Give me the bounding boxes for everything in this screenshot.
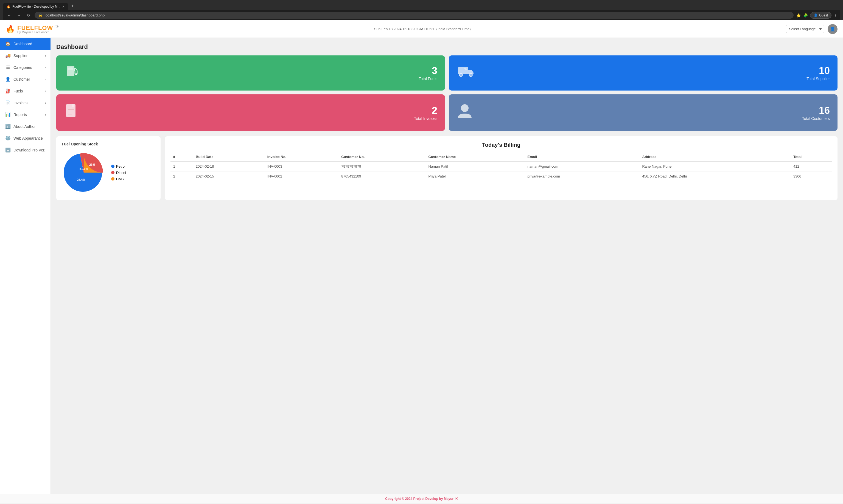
svg-text:25.4%: 25.4% — [77, 178, 85, 181]
svg-point-5 — [469, 73, 472, 76]
tab-title: FuelFlow lite - Developed by M... — [12, 5, 60, 8]
sidebar-item-fuels[interactable]: ⛽ Fuels › — [0, 85, 51, 97]
billing-table: # Build Date Invoice No. Customer No. Cu… — [171, 152, 832, 181]
row1-address: Rane Nagar, Pune — [639, 161, 790, 172]
stat-card-customers-info: 16 Total Customers — [802, 105, 830, 121]
header-row: # Build Date Invoice No. Customer No. Cu… — [171, 152, 832, 161]
stat-card-fuels-info: 3 Total Fuels — [419, 65, 437, 81]
user-avatar[interactable]: 👤 — [828, 24, 838, 34]
billing-card: Today's Billing # Build Date Invoice No.… — [165, 136, 838, 200]
browser-actions: ⭐ 🧩 👤 Guest ⋮ — [796, 12, 838, 19]
guest-icon: 👤 — [814, 14, 818, 17]
col-total: Total — [791, 152, 832, 161]
chart-area: 51.6% 25.4% 23% Petrol — [62, 151, 155, 195]
table-row: 2 2024-02-15 INV-0002 8765432109 Priya P… — [171, 172, 832, 181]
chevron-icon: › — [45, 101, 46, 105]
total-fuels-label: Total Fuels — [419, 76, 437, 81]
bookmark-button[interactable]: ⭐ — [796, 13, 801, 18]
stat-card-invoices-info: 2 Total Invoices — [414, 105, 437, 121]
stat-card-supplier-info: 10 Total Supplier — [807, 65, 830, 81]
menu-button[interactable]: ⋮ — [834, 13, 838, 18]
row1-invoice: INV-0003 — [265, 161, 338, 172]
guest-label: Guest — [819, 14, 828, 17]
categories-icon: ☰ — [5, 65, 11, 70]
legend-cng: CNG — [111, 177, 126, 181]
back-button[interactable]: ← — [5, 13, 13, 18]
total-customers-number: 16 — [802, 105, 830, 116]
total-fuels-number: 3 — [419, 65, 437, 76]
sidebar-label-appearance: Web Appearance — [14, 136, 43, 141]
svg-rect-1 — [68, 68, 73, 70]
page-content: Dashboard 3 Total Fuels — [51, 38, 843, 494]
legend-diesel: Diesel — [111, 170, 126, 175]
sidebar-label-reports: Reports — [14, 112, 27, 117]
chart-card: Fuel Opening Stock 51.6% — [56, 136, 161, 200]
row1-custname: Naman Patil — [426, 161, 525, 172]
avatar-icon: 👤 — [830, 26, 835, 32]
total-supplier-label: Total Supplier — [807, 76, 830, 81]
col-invoice-no: Invoice No. — [265, 152, 338, 161]
col-email: Email — [525, 152, 639, 161]
sidebar-label-invoices: Invoices — [14, 101, 28, 105]
sidebar-item-download-pro[interactable]: ⬇️ Download Pro Ver. — [0, 144, 51, 156]
footer-author: Mayuri K — [444, 497, 458, 501]
forward-button[interactable]: → — [15, 13, 22, 18]
svg-point-4 — [459, 73, 462, 76]
col-customer-name: Customer Name — [426, 152, 525, 161]
legend-petrol: Petrol — [111, 164, 126, 168]
sidebar-item-dashboard[interactable]: 🏠 Dashboard — [0, 38, 51, 50]
pie-chart: 51.6% 25.4% 23% — [62, 151, 106, 195]
sidebar-item-supplier[interactable]: 🚚 Supplier › — [0, 50, 51, 61]
language-select[interactable]: Select Language English Hindi Marathi — [786, 25, 824, 33]
app-footer: Copyright © 2024 Project Develop by Mayu… — [0, 494, 843, 503]
svg-rect-2 — [75, 73, 77, 75]
supplier-icon: 🚚 — [5, 53, 11, 58]
cng-dot — [111, 177, 115, 181]
sidebar-item-invoices[interactable]: 📄 Invoices › — [0, 97, 51, 109]
reload-button[interactable]: ↻ — [25, 13, 32, 18]
stat-cards: 3 Total Fuels — [56, 55, 838, 131]
main-container: 🏠 Dashboard 🚚 Supplier › ☰ Categories › … — [0, 38, 843, 494]
stat-card-invoices: 2 Total Invoices — [56, 94, 445, 131]
address-bar[interactable]: 🔒 localhost/sevak/admin/dashboard.php — [35, 12, 794, 19]
row1-total: 412 — [791, 161, 832, 172]
sidebar-item-web-appearance[interactable]: ⚙️ Web Appearance — [0, 132, 51, 144]
sidebar-item-customer[interactable]: 👤 Customer › — [0, 73, 51, 85]
fuels-icon: ⛽ — [5, 88, 11, 93]
url-text: localhost/sevak/admin/dashboard.php — [45, 13, 105, 17]
stat-card-customers: 16 Total Customers — [449, 94, 838, 131]
table-row: 1 2024-02-18 INV-0003 7979797979 Naman P… — [171, 161, 832, 172]
tab-close-button[interactable]: ✕ — [62, 5, 65, 8]
active-tab[interactable]: 🔥 FuelFlow lite - Developed by M... ✕ — [3, 3, 68, 10]
svg-point-10 — [461, 104, 469, 112]
row2-total: 3306 — [791, 172, 832, 181]
sidebar-item-categories[interactable]: ☰ Categories › — [0, 61, 51, 73]
lock-icon: 🔒 — [38, 14, 42, 17]
extensions-button[interactable]: 🧩 — [803, 13, 808, 18]
row1-num: 1 — [171, 161, 193, 172]
sidebar-item-reports[interactable]: 📊 Reports › — [0, 109, 51, 121]
billing-title: Today's Billing — [171, 142, 832, 148]
row2-custno: 8765432109 — [338, 172, 425, 181]
row2-email: priya@example.com — [525, 172, 639, 181]
sidebar-item-about-author[interactable]: ℹ️ About Author — [0, 121, 51, 132]
row2-num: 2 — [171, 172, 193, 181]
col-build-date: Build Date — [193, 152, 265, 161]
invoice-icon — [64, 102, 79, 123]
sidebar-label-download: Download Pro Ver. — [14, 148, 45, 152]
svg-rect-6 — [66, 104, 75, 117]
download-icon: ⬇️ — [5, 147, 11, 152]
row1-email: naman@gmail.com — [525, 161, 639, 172]
browser-tabs: 🔥 FuelFlow lite - Developed by M... ✕ + — [3, 2, 840, 10]
sidebar-label-categories: Categories — [14, 65, 32, 70]
row2-date: 2024-02-15 — [193, 172, 265, 181]
col-customer-no: Customer No. — [338, 152, 425, 161]
home-icon: 🏠 — [5, 41, 11, 47]
page-title: Dashboard — [56, 43, 838, 51]
profile-button[interactable]: 👤 Guest — [810, 12, 831, 19]
sidebar-label-customer: Customer — [14, 77, 30, 82]
row1-date: 2024-02-18 — [193, 161, 265, 172]
diesel-label: Diesel — [116, 170, 126, 175]
add-tab-button[interactable]: + — [69, 2, 76, 10]
datetime-display: Sun Feb 18 2024 16:18:20 GMT+0530 (India… — [374, 27, 471, 31]
